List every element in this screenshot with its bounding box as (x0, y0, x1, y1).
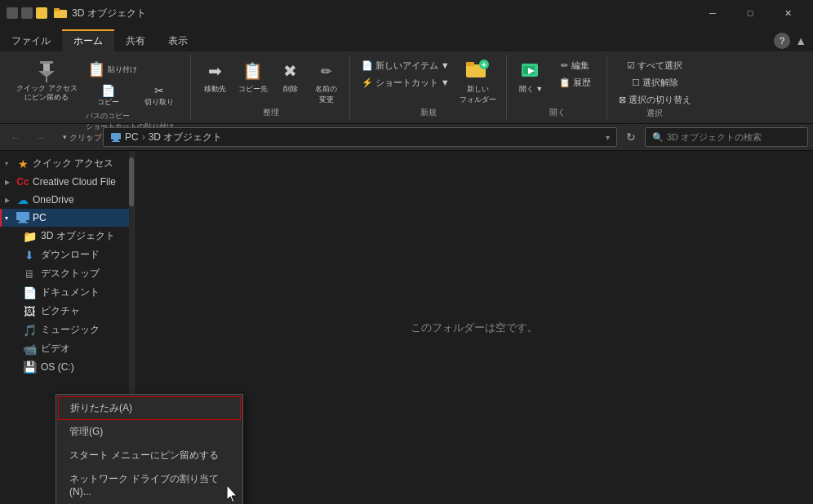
title-icon-3 (36, 7, 47, 19)
copy-button[interactable]: 📄 コピー (84, 82, 133, 109)
quick-access-label: クイック アクセスにピン留める (16, 84, 78, 102)
svg-rect-14 (113, 139, 118, 141)
context-item-collapse[interactable]: 折りたたみ(A) (58, 396, 241, 420)
sidebar-music-label: ミュージック (41, 323, 100, 337)
help-button[interactable]: ? (774, 33, 790, 49)
clipboard-small-group: 📋 貼り付け 📄 コピー ✂ 切 (84, 58, 184, 132)
tab-home[interactable]: ホーム (62, 29, 114, 51)
quick-access-section[interactable]: ▾ ★ クイック アクセス (0, 154, 134, 173)
clipboard-row: 📄 コピー ✂ 切り取り (84, 82, 184, 109)
sidebar-item-pictures[interactable]: 🖼 ピクチャ (0, 302, 134, 321)
new-items: 📄 新しいアイテム ▼ ⚡ ショートカット ▼ + (358, 55, 500, 107)
up-button[interactable]: ↑ (78, 126, 100, 148)
open-label: 開く ▼ (519, 84, 543, 95)
delete-label: 削除 (283, 84, 298, 95)
item-3d-icon: 📁 (23, 230, 36, 243)
copy-to-button[interactable]: 📋 コピー先 (235, 58, 271, 107)
move-icon: ➡ (204, 60, 227, 82)
paste-button[interactable]: 📋 貼り付け (84, 58, 184, 81)
pc-section[interactable]: ▾ PC (0, 209, 134, 227)
svg-rect-13 (111, 133, 121, 139)
quick-access-pin-button[interactable]: クイック アクセスにピン留める (13, 58, 81, 107)
cut-inner: ✂ 切り取り (144, 84, 174, 108)
back-button[interactable]: ← (5, 126, 26, 148)
manage-label: 管理(G) (69, 425, 103, 439)
cc-arrow: ▶ (5, 179, 13, 186)
tab-file[interactable]: ファイル (0, 29, 62, 51)
main-area: ▾ ★ クイック アクセス ▶ Cc Creative Cloud File ▶… (0, 151, 813, 504)
sidebar-3d-label: 3D オブジェクト (41, 229, 115, 243)
select-label: 選択 (646, 108, 663, 121)
rename-icon: ✏ (315, 60, 338, 82)
tab-view[interactable]: 表示 (157, 29, 199, 51)
move-to-button[interactable]: ➡ 移動先 (199, 58, 232, 107)
ribbon-collapse-button[interactable]: ▲ (795, 34, 806, 47)
copy-label: コピー (97, 97, 119, 108)
sidebar-download-label: ダウンロード (41, 248, 100, 262)
minimize-button[interactable]: ─ (694, 0, 731, 26)
sidebar-scrollbar-thumb[interactable] (129, 157, 134, 206)
ribbon: ファイル ホーム 共有 表示 ? ▲ (0, 26, 813, 123)
select-all-icon: ☑ すべて選択 (627, 60, 682, 72)
address-path[interactable]: PC › 3D オブジェクト ▾ (103, 127, 617, 147)
new-folder-icon: + (466, 60, 489, 82)
address-dropdown-icon[interactable]: ▾ (606, 133, 610, 142)
svg-rect-2 (40, 61, 53, 64)
sidebar-item-drive-c[interactable]: 💾 OS (C:) (0, 358, 134, 376)
item-download-icon: ⬇ (23, 249, 36, 262)
sidebar-pictures-label: ピクチャ (41, 304, 80, 318)
toggle-selection-button[interactable]: ⊠ 選択の切り替え (615, 92, 695, 108)
refresh-button[interactable]: ↻ (620, 126, 642, 148)
sidebar-item-docs[interactable]: 📄 ドキュメント (0, 283, 134, 302)
deselect-button[interactable]: ☐ 選択解除 (615, 75, 695, 91)
history-button[interactable]: 📋 展歴 (551, 75, 600, 91)
sidebar-item-video[interactable]: 📹 ビデオ (0, 339, 134, 358)
svg-rect-5 (46, 77, 47, 82)
rename-button[interactable]: ✏ 名前の変更 (310, 58, 343, 107)
edit-button[interactable]: ✏ 編集 (551, 58, 600, 73)
close-button[interactable]: ✕ (769, 0, 806, 26)
forward-button[interactable]: → (29, 126, 51, 148)
title-folder-icon (54, 7, 67, 20)
path-pc: PC (125, 131, 139, 143)
svg-text:+: + (482, 60, 486, 69)
new-col: 📄 新しいアイテム ▼ ⚡ ショートカット ▼ (358, 58, 453, 91)
copy-to-label: コピー先 (238, 84, 268, 95)
maximize-button[interactable]: □ (731, 0, 769, 26)
cut-button[interactable]: ✂ 切り取り (135, 82, 184, 109)
sidebar-item-music[interactable]: 🎵 ミュージック (0, 321, 134, 339)
select-all-button[interactable]: ☑ すべて選択 (615, 58, 695, 73)
collapse-label: 折りたたみ(A) (70, 401, 132, 415)
sidebar-item-3d[interactable]: 📁 3D オブジェクト (0, 227, 134, 245)
context-item-pin-start[interactable]: スタート メニューにピン留めする (56, 444, 242, 467)
select-col: ☑ すべて選択 ☐ 選択解除 ⊠ 選択の切り替え (615, 58, 695, 108)
sidebar-docs-label: ドキュメント (41, 285, 100, 299)
onedrive-icon: ☁ (16, 193, 29, 206)
paste-icon: 📋 (87, 60, 105, 78)
history-icon: 📋 展歴 (559, 77, 591, 89)
new-item-button[interactable]: 📄 新しいアイテム ▼ (358, 58, 453, 73)
recent-locations-button[interactable]: ▾ (54, 126, 75, 148)
creative-cloud-section[interactable]: ▶ Cc Creative Cloud File (0, 173, 134, 191)
new-label: 新規 (420, 107, 437, 120)
sidebar-item-download[interactable]: ⬇ ダウンロード (0, 245, 134, 264)
new-item-icon: 📄 新しいアイテム ▼ (362, 60, 450, 72)
search-box[interactable]: 🔍 3D オブジェクトの検索 (645, 127, 808, 147)
tab-share[interactable]: 共有 (114, 29, 157, 51)
open-col: ✏ 編集 📋 展歴 (551, 58, 600, 91)
sidebar-item-desktop[interactable]: 🖥 デスクトップ (0, 264, 134, 283)
context-item-manage[interactable]: 管理(G) (56, 420, 242, 444)
shortcut-button[interactable]: ⚡ ショートカット ▼ (358, 75, 453, 91)
delete-button[interactable]: ✖ 削除 (274, 58, 307, 107)
context-item-map-drive[interactable]: ネットワーク ドライブの割り当て(N)... (56, 467, 242, 502)
pc-label: PC (33, 212, 47, 223)
deselect-icon: ☐ 選択解除 (632, 77, 678, 89)
svg-rect-15 (112, 141, 120, 142)
onedrive-label: OneDrive (33, 194, 74, 206)
new-folder-button[interactable]: + 新しいフォルダー (456, 58, 500, 107)
svg-marker-4 (38, 71, 55, 77)
item-drive-c-icon: 💾 (23, 360, 36, 374)
path-sep-1: › (142, 131, 145, 143)
onedrive-section[interactable]: ▶ ☁ OneDrive (0, 191, 134, 209)
open-button[interactable]: 開く ▼ (515, 58, 548, 107)
